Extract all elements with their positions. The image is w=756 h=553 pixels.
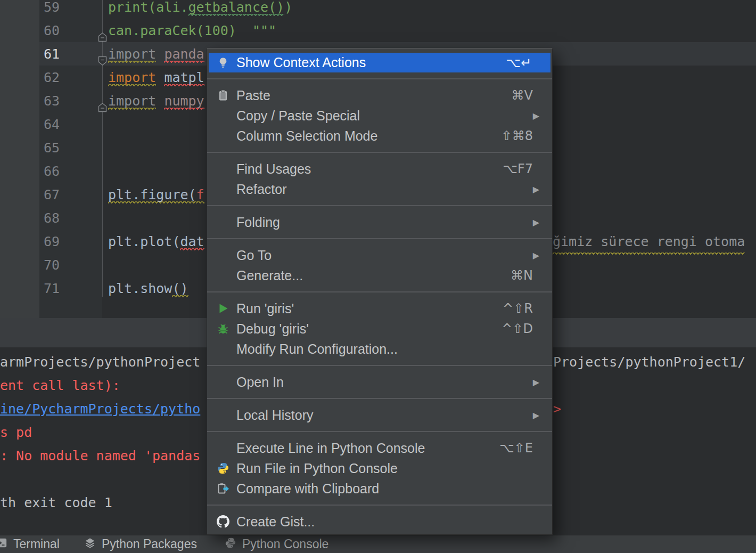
statusbar-item-terminal[interactable]: Terminal	[0, 537, 60, 552]
submenu-arrow-icon: ▶	[533, 217, 539, 227]
statusbar-label: Python Packages	[102, 537, 197, 551]
menu-item-shortcut: ^⇧D	[502, 321, 533, 336]
menu-item-shortcut: ⌘V	[512, 88, 533, 103]
menu-item-run-giris[interactable]: Run 'giris'^⇧R	[207, 298, 552, 319]
line-number: 61	[34, 43, 60, 66]
code-text: plt.plot(dat	[108, 230, 204, 254]
menu-icon-placeholder	[216, 248, 230, 262]
menu-item-label: Go To	[236, 248, 272, 263]
console-text: armProjects/pythonProject	[0, 351, 200, 374]
menu-item-column-selection-mode[interactable]: Column Selection Mode⇧⌘8	[207, 126, 552, 146]
menu-item-local-history[interactable]: Local History▶	[207, 405, 552, 425]
statusbar-item-python-console[interactable]: Python Console	[225, 537, 328, 552]
console-file-link[interactable]: ine/PycharmProjects/pytho	[0, 397, 200, 421]
menu-item-label: Run 'giris'	[236, 301, 294, 316]
console-text: th exit code 1	[0, 491, 112, 515]
menu-item-copy-paste-special[interactable]: Copy / Paste Special▶	[207, 105, 552, 126]
line-number: 62	[34, 66, 60, 90]
line-number: 69	[34, 230, 60, 254]
menu-icon-placeholder	[216, 269, 230, 282]
code-line-60[interactable]: 60can.paraCek(100) """	[0, 19, 756, 43]
menu-item-compare-with-clipboard[interactable]: Compare with Clipboard	[207, 478, 552, 499]
packages-icon	[84, 537, 96, 552]
menu-item-shortcut: ^⇧R	[503, 301, 533, 316]
code-text: import matpl	[108, 66, 204, 90]
menu-item-label: Generate...	[236, 268, 303, 283]
menu-icon-placeholder	[216, 375, 230, 389]
menu-item-go-to[interactable]: Go To▶	[207, 245, 552, 265]
status-bar: Terminal Python Packages Python Console	[0, 535, 756, 553]
menu-item-shortcut: ⌘N	[511, 268, 533, 283]
menu-item-show-context-actions[interactable]: Show Context Actions⌥↵	[209, 53, 550, 72]
menu-item-open-in[interactable]: Open In▶	[207, 372, 552, 392]
code-text: plt.show()	[108, 277, 188, 300]
python-console-icon	[225, 537, 236, 552]
menu-item-run-file-in-python-console[interactable]: Run File in Python Console	[207, 458, 552, 478]
menu-separator	[207, 286, 552, 298]
menu-item-label: Compare with Clipboard	[236, 481, 379, 497]
menu-item-execute-line-in-python-console[interactable]: Execute Line in Python Console⌥⇧E	[207, 438, 552, 458]
menu-item-shortcut: ⌥⇧E	[499, 441, 533, 456]
menu-separator	[207, 199, 552, 212]
menu-item-debug-giris[interactable]: Debug 'giris'^⇧D	[207, 319, 552, 339]
menu-item-shortcut: ⌥F7	[503, 161, 533, 176]
menu-item-label: Column Selection Mode	[236, 128, 377, 144]
line-number: 64	[34, 113, 60, 136]
line-number: 70	[34, 254, 60, 277]
fold-marker[interactable]	[98, 96, 107, 106]
submenu-arrow-icon: ▶	[533, 111, 539, 121]
console-text: s pd	[0, 421, 32, 444]
menu-item-find-usages[interactable]: Find Usages⌥F7	[207, 159, 552, 179]
line-number: 66	[34, 160, 60, 183]
menu-separator	[207, 232, 552, 245]
submenu-arrow-icon: ▶	[533, 184, 539, 194]
menu-item-label: Debug 'giris'	[236, 321, 309, 337]
debug-icon	[216, 322, 230, 336]
menu-item-label: Execute Line in Python Console	[236, 441, 425, 456]
pycharm-window: 59print(ali.getbalance())60can.paraCek(1…	[0, 0, 756, 553]
statusbar-item-python-packages[interactable]: Python Packages	[84, 537, 197, 552]
menu-icon-placeholder	[216, 109, 230, 123]
statusbar-label: Python Console	[242, 537, 328, 551]
menu-separator	[207, 499, 552, 511]
menu-item-refactor[interactable]: Refactor▶	[207, 179, 552, 199]
editor-context-menu: Show Context Actions⌥↵Paste⌘VCopy / Past…	[207, 48, 553, 535]
github-icon	[216, 515, 230, 528]
menu-separator	[207, 392, 552, 405]
menu-icon-placeholder	[216, 162, 230, 176]
menu-item-paste[interactable]: Paste⌘V	[207, 85, 552, 105]
fold-marker[interactable]	[98, 50, 107, 59]
console-text: Projects/pythonProject1/	[553, 351, 745, 374]
menu-item-create-gist[interactable]: Create Gist...	[207, 511, 552, 532]
code-text: import panda	[108, 43, 204, 66]
menu-item-label: Local History	[236, 408, 314, 423]
menu-item-label: Copy / Paste Special	[236, 108, 360, 124]
menu-item-modify-run-configuration[interactable]: Modify Run Configuration...	[207, 339, 552, 359]
menu-separator	[207, 146, 552, 159]
console-text: ent call last):	[0, 374, 120, 397]
code-text: import numpy	[108, 90, 204, 113]
code-line-59[interactable]: 59print(ali.getbalance())	[0, 0, 756, 19]
code-text-continuation: ğimiz sürece rengi otoma	[553, 230, 745, 255]
code-text: print(ali.getbalance())	[108, 0, 292, 19]
compare-clipboard-icon	[216, 482, 230, 495]
menu-item-label: Run File in Python Console	[236, 461, 398, 476]
statusbar-label: Terminal	[13, 537, 60, 551]
menu-item-generate[interactable]: Generate...⌘N	[207, 265, 552, 286]
line-number: 68	[34, 207, 60, 230]
menu-icon-placeholder	[216, 182, 230, 196]
menu-item-label: Paste	[236, 88, 270, 103]
menu-item-folding[interactable]: Folding▶	[207, 212, 552, 232]
menu-item-label: Refactor	[236, 182, 286, 197]
terminal-icon	[0, 537, 7, 552]
run-icon	[216, 302, 230, 315]
fold-marker[interactable]	[98, 26, 107, 36]
menu-icon-placeholder	[216, 215, 230, 229]
menu-icon-placeholder	[216, 342, 230, 356]
menu-item-label: Show Context Actions	[236, 55, 366, 70]
lightbulb-icon	[216, 56, 230, 70]
code-text: can.paraCek(100) """	[108, 19, 276, 43]
menu-item-label: Find Usages	[236, 161, 311, 177]
menu-item-label: Folding	[236, 215, 280, 230]
menu-item-shortcut: ⌥↵	[506, 55, 531, 70]
